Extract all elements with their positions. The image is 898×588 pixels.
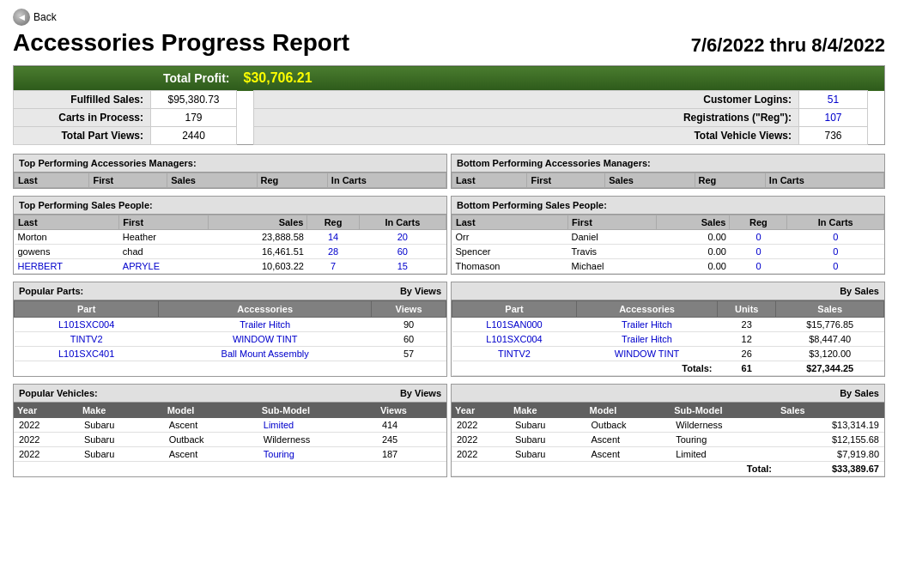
totals-empty-1 [452,361,577,376]
ppv-col-accessories: Accessories [159,301,372,318]
cell-last: Thomason [452,259,568,274]
sales-people-row: Top Performing Sales People: Last First … [13,196,885,275]
tm-col-reg: Reg [257,173,327,188]
popular-parts-views-table: Part Accessories Views L101SXC004 Traile… [14,300,446,361]
cell-part[interactable]: L101SXC004 [15,318,159,332]
top-managers-header: Top Performing Accessories Managers: [14,155,446,173]
cell-sales: 0.00 [657,245,730,259]
cell-model: Outback [586,418,671,433]
cell-views: 245 [377,433,446,447]
cell-make: Subaru [510,447,586,462]
cell-sales: $3,120.00 [776,347,884,361]
ts-col-sales: Sales [209,215,307,230]
cell-views: 57 [372,347,446,361]
cell-views: 187 [377,447,446,462]
cell-first: chad [119,245,209,259]
table-row: L101SXC004 Trailer Hitch 12 $8,447.40 [452,332,884,347]
back-label: Back [33,11,57,23]
pvs-col-model: Model [586,403,671,418]
table-row: Orr Daniel 0.00 0 0 [452,230,884,245]
pvs-col-sales: Sales [777,403,884,418]
bottom-managers-header: Bottom Performing Accessories Managers: [452,155,884,173]
cell-year: 2022 [14,433,79,447]
cell-submodel: Wilderness [670,418,777,433]
popular-vehicles-views-panel: Popular Vehicles: By Views Year Make Mod… [13,384,447,477]
pps-col-part: Part [452,301,577,318]
cell-last: Spencer [452,245,568,259]
cell-incarts: 20 [359,230,446,245]
cell-part[interactable]: TINTV2 [15,332,159,347]
bm-col-sales: Sales [605,173,695,188]
ts-col-first: First [119,215,209,230]
cell-reg: 0 [730,230,787,245]
popular-vehicles-views-table: Year Make Model Sub-Model Views 2022 Sub… [14,403,446,462]
table-row: TINTV2 WINDOW TINT 26 $3,120.00 [452,347,884,361]
cell-make: Subaru [510,433,586,447]
cell-part[interactable]: L101SXC004 [452,332,577,347]
table-row: 2022 Subaru Ascent Limited $7,919.80 [452,447,884,462]
cell-year: 2022 [14,447,79,462]
table-row: Morton Heather 23,888.58 14 20 [15,230,446,245]
table-row: TINTV2 WINDOW TINT 60 [15,332,446,347]
total-empty-3 [586,462,671,476]
bm-col-last: Last [452,173,527,188]
pvv-col-make: Make [79,403,164,418]
pps-col-sales: Sales [776,301,884,318]
summary-row-3: Total Part Views: 2440 Total Vehicle Vie… [14,127,885,145]
totals-row: Totals: 61 $27,344.25 [452,361,884,376]
popular-parts-label: Popular Parts: [19,286,83,296]
back-button[interactable]: Back [13,9,885,26]
cell-units: 23 [718,318,776,332]
cell-sales: 0.00 [657,259,730,274]
table-row: L101SAN000 Trailer Hitch 23 $15,776.85 [452,318,884,332]
total-empty-2 [510,462,586,476]
table-row: Spencer Travis 0.00 0 0 [452,245,884,259]
total-vehicle-views-value: 736 [799,127,868,145]
table-row: 2022 Subaru Ascent Touring 187 [14,447,446,462]
summary-table: Total Profit: $30,706.21 Fulfilled Sales… [13,65,885,145]
registrations-label: Registrations ("Reg"): [254,109,799,127]
total-empty-1 [452,462,510,476]
pvv-col-row: Year Make Model Sub-Model Views [14,403,446,418]
table-row: 2022 Subaru Ascent Limited 414 [14,418,446,433]
pvs-col-row: Year Make Model Sub-Model Sales [452,403,884,418]
pvv-col-submodel: Sub-Model [258,403,377,418]
bm-col-reg: Reg [695,173,765,188]
popular-parts-sales-by: By Sales [840,286,879,296]
pps-col-units: Units [718,301,776,318]
top-sales-col-row: Last First Sales Reg In Carts [15,215,446,230]
popular-vehicles-views-header: Popular Vehicles: By Views [14,385,446,403]
cell-incarts: 0 [787,230,884,245]
tm-col-first: First [89,173,167,188]
cell-reg: 28 [307,245,359,259]
bs-col-reg: Reg [730,215,787,230]
cell-sales: $7,919.80 [777,447,884,462]
cell-views: 60 [372,332,446,347]
cell-views: 414 [377,418,446,433]
cell-sales: $8,447.40 [776,332,884,347]
cell-model: Ascent [164,418,258,433]
cell-submodel: Limited [258,418,377,433]
cell-model: Ascent [164,447,258,462]
bottom-sales-header: Bottom Performing Sales People: [452,197,884,215]
cell-submodel: Wilderness [258,433,377,447]
report-header: Accessories Progress Report 7/6/2022 thr… [13,29,885,57]
bottom-managers-table: Last First Sales Reg In Carts [452,173,884,188]
report-date: 7/6/2022 thru 8/4/2022 [691,34,885,57]
total-row: Total: $33,389.67 [452,462,884,476]
cell-part[interactable]: L101SXC401 [15,347,159,361]
popular-vehicles-sales-panel: By Sales Year Make Model Sub-Model Sales… [451,384,885,477]
cell-sales: 23,888.58 [209,230,307,245]
total-part-views-value: 2440 [151,127,237,145]
ts-col-incarts: In Carts [359,215,446,230]
cell-model: Outback [164,433,258,447]
cell-reg: 0 [730,259,787,274]
cell-part[interactable]: L101SAN000 [452,318,577,332]
totals-units: 61 [718,361,776,376]
cell-part[interactable]: TINTV2 [452,347,577,361]
cell-incarts: 60 [359,245,446,259]
pvs-col-make: Make [510,403,586,418]
tm-col-last: Last [15,173,89,188]
bs-col-last: Last [452,215,568,230]
total-vehicle-views-label: Total Vehicle Views: [254,127,799,145]
